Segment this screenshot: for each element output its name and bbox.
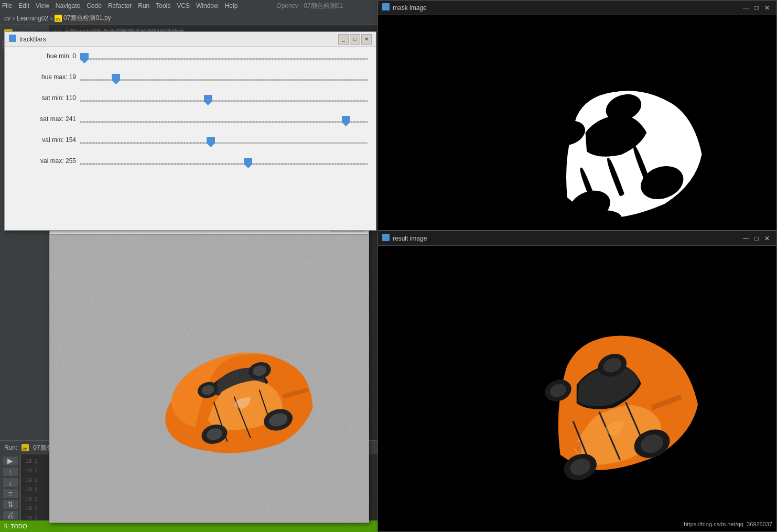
svg-rect-42 — [382, 234, 390, 241]
trackbar-sat-max-thumb[interactable] — [342, 116, 350, 126]
trackbar-hue-min-thumb[interactable] — [80, 53, 89, 63]
mask-close-btn[interactable]: ✕ — [762, 3, 772, 13]
svg-text:py: py — [23, 446, 27, 451]
result-minimize-btn[interactable]: — — [741, 233, 751, 244]
result-image-window: result image — □ ✕ — [377, 231, 777, 532]
trackbars-titlebar: trackBars _ □ ✕ — [5, 32, 376, 47]
menu-file[interactable]: File — [2, 2, 12, 9]
result-titlebar: result image — □ ✕ — [378, 231, 776, 246]
menu-vcs[interactable]: VCS — [177, 2, 190, 9]
mask-image-window: mask image — □ ✕ — [377, 0, 777, 231]
result-car-svg — [378, 246, 776, 531]
trackbar-sat-min-label: sat min: 110 — [13, 94, 76, 102]
trackbars-close-btn[interactable]: ✕ — [361, 34, 372, 45]
menu-view[interactable]: View — [36, 2, 49, 9]
trackbar-val-min-label: val min: 154 — [13, 136, 76, 144]
mask-window-icon — [382, 3, 390, 12]
run-down-btn[interactable]: ↓ — [3, 478, 18, 487]
run-icon: py — [21, 444, 29, 451]
trackbar-container: hue min: 0 hue max: 19 sat min: 110 sa — [5, 47, 376, 183]
breadcrumb-file[interactable]: py 07颜色检测01.py — [55, 14, 111, 23]
trackbar-hue-min-track[interactable] — [80, 58, 368, 60]
window-icon — [9, 35, 16, 44]
menu-edit[interactable]: Edit — [18, 2, 29, 9]
run-filter-btn[interactable]: ⇅ — [3, 500, 18, 509]
trackbar-val-max-thumb[interactable] — [244, 158, 252, 168]
result-maximize-btn[interactable]: □ — [751, 233, 762, 244]
trackbar-sat-min-thumb[interactable] — [204, 95, 212, 105]
trackbar-sat-max-label: sat max: 241 — [13, 115, 76, 123]
trackbar-val-max: val max: 255 — [13, 157, 368, 165]
todo-label: 6: TODO — [4, 523, 27, 529]
trackbars-title: trackBars — [19, 36, 337, 43]
menu-help[interactable]: Help — [225, 2, 238, 9]
trackbar-val-min-track[interactable] — [80, 142, 368, 144]
origin-car-svg — [50, 234, 369, 523]
menu-bar: File Edit View Navigate Code Refactor Ru… — [0, 0, 377, 12]
menu-refactor[interactable]: Refactor — [108, 2, 132, 9]
run-print-btn[interactable]: 🖨 — [3, 511, 18, 520]
mask-minimize-btn[interactable]: — — [741, 3, 751, 13]
trackbar-val-max-label: val max: 255 — [13, 157, 76, 165]
menu-code[interactable]: Code — [87, 2, 102, 9]
mask-image-display — [378, 15, 776, 230]
origin-image-display — [50, 234, 369, 523]
result-image-display: https://blog.csdn.net/qq_36926037 — [378, 246, 776, 531]
watermark: https://blog.csdn.net/qq_36926037 — [684, 521, 772, 527]
python-file-icon: py — [55, 15, 62, 22]
origin-image-window: oringin image _ □ ✕ — [49, 219, 369, 523]
menu-run[interactable]: Run — [138, 2, 149, 9]
breadcrumb: cv › Learning02 › py 07颜色检测01.py — [0, 12, 377, 25]
trackbar-hue-max-track[interactable] — [80, 79, 368, 81]
breadcrumb-learning[interactable]: Learning02 — [17, 15, 48, 22]
result-close-btn[interactable]: ✕ — [762, 233, 772, 244]
trackbar-hue-min-label: hue min: 0 — [13, 52, 76, 60]
result-title: result image — [393, 235, 741, 242]
trackbar-sat-min: sat min: 110 — [13, 94, 368, 102]
run-restart-btn[interactable]: ▶ — [3, 457, 18, 465]
menu-window[interactable]: Window — [196, 2, 219, 9]
trackbar-val-min-thumb[interactable] — [207, 137, 215, 147]
breadcrumb-cv[interactable]: cv — [4, 15, 10, 22]
trackbar-sat-max-track[interactable] — [80, 121, 368, 123]
trackbar-sat-min-track[interactable] — [80, 100, 368, 102]
trackbar-hue-max: hue max: 19 — [13, 73, 368, 81]
trackbars-window: trackBars _ □ ✕ hue min: 0 hue max: 19 s… — [4, 31, 376, 231]
run-label: Run: — [4, 444, 17, 451]
result-window-icon — [382, 234, 390, 243]
run-format-btn[interactable]: ≡ — [3, 489, 18, 498]
trackbar-val-max-track[interactable] — [80, 163, 368, 165]
mask-titlebar: mask image — □ ✕ — [378, 1, 776, 15]
menu-tools[interactable]: Tools — [156, 2, 170, 9]
trackbars-maximize-btn[interactable]: □ — [350, 34, 360, 45]
mask-maximize-btn[interactable]: □ — [751, 3, 762, 13]
run-stop-btn[interactable]: ↑ — [3, 468, 18, 476]
svg-text:py: py — [56, 16, 61, 21]
trackbars-minimize-btn[interactable]: _ — [338, 34, 349, 45]
svg-rect-36 — [382, 3, 390, 10]
center-title: Opencv - 07颜色检测01 — [244, 2, 375, 10]
trackbar-hue-min: hue min: 0 — [13, 52, 368, 60]
mask-car-svg — [378, 15, 776, 230]
svg-rect-17 — [9, 35, 16, 42]
trackbar-sat-max: sat max: 241 — [13, 115, 368, 123]
trackbar-hue-max-label: hue max: 19 — [13, 73, 76, 81]
trackbar-val-min: val min: 154 — [13, 136, 368, 144]
mask-title: mask image — [393, 4, 741, 12]
trackbar-hue-max-thumb[interactable] — [112, 74, 120, 84]
menu-navigate[interactable]: Navigate — [56, 2, 80, 9]
